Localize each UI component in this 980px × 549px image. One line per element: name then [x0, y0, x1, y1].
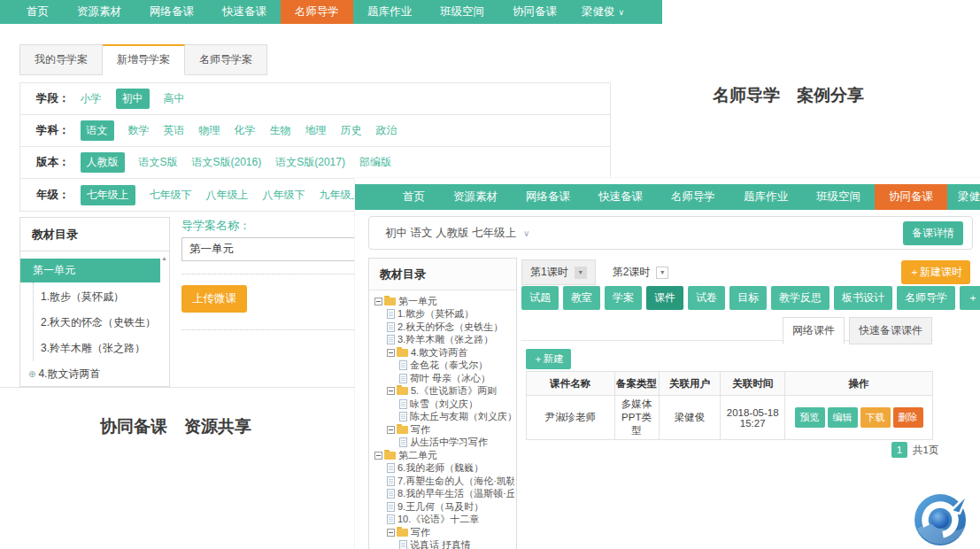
tree-leaf[interactable]: 咏雪（刘义庆） [374, 398, 514, 411]
add-resource-type-button[interactable]: ＋ [960, 286, 980, 310]
tab-quick-prep-courseware[interactable]: 快速备课课件 [849, 317, 932, 344]
tree-leaf[interactable]: 金色花（泰戈尔） [374, 360, 514, 373]
tree-leaf[interactable]: 说真话 抒真情 [374, 539, 514, 549]
filter-option[interactable]: 语文S版 [139, 155, 178, 170]
upload-microlesson-button[interactable]: 上传微课 [181, 285, 247, 313]
tree-folder[interactable]: 写作 [374, 423, 514, 437]
tree-folder[interactable]: 5.《世说新语》两则 [374, 385, 514, 398]
tab-period-2[interactable]: 第2课时▾ [605, 259, 677, 285]
tree-leaf[interactable]: 荷叶 母亲（冰心） [374, 372, 514, 385]
delete-button[interactable]: 删除 [893, 407, 923, 428]
new-courseware-button[interactable]: ＋新建 [526, 349, 571, 369]
tree-leaf[interactable]: 6.我的老师（魏巍） [374, 462, 514, 476]
filter-option[interactable]: 高中 [164, 91, 185, 106]
nav-collab-prep[interactable]: 协同备课 [498, 0, 571, 24]
collapse-icon[interactable] [387, 529, 395, 537]
nav-online-prep[interactable]: 网络备课 [135, 0, 208, 24]
collapse-icon[interactable] [387, 426, 395, 434]
filter-option[interactable]: 物理 [199, 123, 220, 138]
preview-button[interactable]: 预览 [795, 407, 825, 428]
filter-option[interactable]: 语文S版(2016) [192, 155, 262, 170]
page-1-button[interactable]: 1 [891, 442, 907, 458]
nav-master-guide[interactable]: 名师导学 [281, 0, 353, 24]
collapse-icon[interactable] [387, 349, 395, 357]
catalog-item[interactable]: 1.散步（莫怀戚） [34, 284, 169, 310]
nav-online-prep[interactable]: 网络备课 [512, 184, 584, 210]
tab-period-1[interactable]: 第1课时▾ [521, 259, 596, 285]
nav-quick-prep[interactable]: 快速备课 [208, 0, 281, 24]
filter-option[interactable]: 七年级下 [150, 188, 192, 203]
btn-master-guide[interactable]: 名师导学 [897, 286, 955, 310]
tree-folder[interactable]: 写作 [374, 526, 514, 539]
btn-courseware[interactable]: 课件 [646, 286, 683, 310]
nav-resources[interactable]: 资源素材 [63, 0, 135, 24]
edit-button[interactable]: 编辑 [828, 407, 858, 428]
filter-option[interactable]: 八年级下 [263, 188, 305, 203]
nav-class-space[interactable]: 班级空间 [426, 0, 498, 24]
catalog-item[interactable]: 3.羚羊木雕（张之路） [34, 336, 169, 361]
filter-option-selected[interactable]: 七年级上 [81, 185, 135, 205]
tree-folder[interactable]: 第一单元 [374, 295, 514, 308]
tree-leaf[interactable]: 1.散步（莫怀戚） [374, 308, 514, 321]
filter-option-selected[interactable]: 人教版 [81, 152, 125, 173]
filter-option[interactable]: 部编版 [359, 155, 391, 170]
nav-collab-prep[interactable]: 协同备课 [875, 184, 947, 210]
caret-down-icon[interactable]: ▾ [656, 267, 668, 279]
catalog-item[interactable]: ⊕4.散文诗两首 [34, 361, 169, 387]
nav-home[interactable]: 首页 [389, 184, 439, 210]
btn-objectives[interactable]: 目标 [729, 286, 767, 310]
tree-leaf[interactable]: 7.再塑生命的人（海伦·凯勒） [374, 475, 514, 488]
nav-class-space[interactable]: 班级空间 [802, 184, 875, 210]
nav-master-guide[interactable]: 名师导学 [657, 184, 729, 210]
btn-board-design[interactable]: 板书设计 [834, 286, 892, 310]
filter-option[interactable]: 生物 [270, 123, 291, 138]
nav-question-bank[interactable]: 题库作业 [729, 184, 802, 210]
filter-option-selected[interactable]: 初中 [116, 89, 150, 109]
tree-leaf[interactable]: 10.《论语》十二章 [374, 514, 514, 527]
tree-folder[interactable]: 第二单元 [374, 449, 514, 462]
tree-leaf[interactable]: 2.秋天的怀念（史铁生） [374, 321, 514, 334]
tree-folder[interactable]: 4.散文诗两首 [374, 346, 514, 360]
tree-leaf[interactable]: 8.我的早年生活（温斯顿·丘吉 [374, 488, 514, 501]
filter-option[interactable]: 历史 [341, 123, 362, 138]
tree-leaf[interactable]: 9.王几何（马及时） [374, 500, 514, 514]
filter-option[interactable]: 语文S版(2017) [275, 155, 345, 170]
tree-leaf[interactable]: 陈太丘与友期（刘义庆） [374, 411, 514, 424]
btn-teaching-reflection[interactable]: 教学反思 [771, 286, 830, 310]
tree-leaf[interactable]: 从生活中学习写作 [374, 437, 514, 450]
scroll-up-icon[interactable]: ▲ [161, 255, 167, 261]
book-selector[interactable]: 初中 语文 人教版 七年级上 [385, 226, 516, 241]
btn-classroom[interactable]: 教室 [563, 286, 600, 310]
collapse-icon[interactable] [387, 387, 395, 395]
nav-resources[interactable]: 资源素材 [439, 184, 512, 210]
nav-quick-prep[interactable]: 快速备课 [584, 184, 657, 210]
collapse-icon[interactable] [374, 452, 382, 460]
catalog-item[interactable]: 2.秋天的怀念（史铁生） [34, 310, 169, 336]
tab-my-guides[interactable]: 我的导学案 [19, 44, 103, 75]
guide-name-input[interactable] [181, 237, 365, 261]
tab-network-courseware[interactable]: 网络课件 [783, 317, 845, 344]
catalog-item-selected[interactable]: 第一单元 [20, 259, 160, 282]
tree-leaf[interactable]: 3.羚羊木雕（张之路） [374, 334, 514, 347]
filter-option-selected[interactable]: 语文 [81, 120, 114, 141]
filter-option[interactable]: 数学 [128, 123, 150, 138]
prep-detail-button[interactable]: 备课详情 [903, 221, 963, 245]
btn-test-paper[interactable]: 试卷 [688, 286, 725, 310]
tab-new-guide[interactable]: 新增导学案 [103, 44, 185, 75]
filter-option[interactable]: 地理 [305, 123, 327, 138]
filter-option[interactable]: 政治 [376, 123, 397, 138]
filter-option[interactable]: 英语 [164, 123, 185, 138]
nav-home[interactable]: 首页 [12, 0, 63, 24]
filter-option[interactable]: 八年级上 [206, 188, 249, 203]
filter-option[interactable]: 小学 [81, 91, 102, 106]
filter-option[interactable]: 化学 [235, 123, 256, 138]
btn-questions[interactable]: 试题 [521, 286, 559, 310]
user-menu[interactable]: 梁健俊∨ [571, 0, 635, 24]
download-button[interactable]: 下载 [860, 407, 891, 428]
new-lesson-period-button[interactable]: ＋新建课时 [901, 260, 970, 284]
tab-master-guides[interactable]: 名师导学案 [185, 44, 267, 75]
caret-down-icon[interactable]: ▾ [575, 267, 587, 279]
nav-question-bank[interactable]: 题库作业 [353, 0, 426, 24]
collapse-icon[interactable] [374, 298, 382, 305]
btn-study-plan[interactable]: 学案 [605, 286, 642, 310]
